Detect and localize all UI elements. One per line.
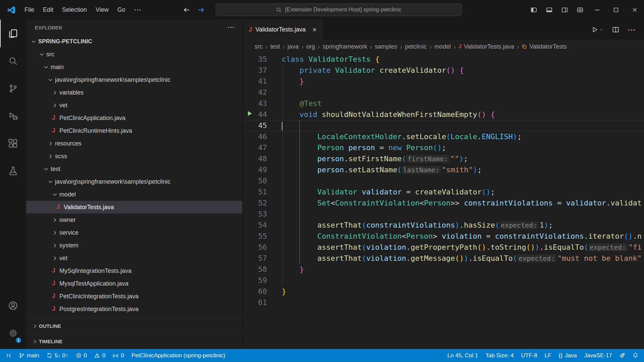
tree-item-vet[interactable]: vet [26,99,242,112]
toggle-primary-sidebar-button[interactable] [526,0,541,20]
code-line-54[interactable]: 54 assertThat(constraintViolations).hasS… [243,220,644,231]
line-number[interactable]: 55 [258,231,267,242]
line-number[interactable]: 50 [258,175,267,186]
tree-item-variables[interactable]: variables [26,86,242,99]
line-number[interactable]: 46 [258,131,267,142]
line-number[interactable]: 44 [258,109,267,120]
run-test-button[interactable] [246,109,253,120]
code-line-42[interactable]: 42 [243,87,644,98]
tree-item-postgresintegrationtests-java[interactable]: JPostgresIntegrationTests.java [26,303,242,315]
code-line-43[interactable]: 43 @Test [243,98,644,109]
breadcrumb-petclinic[interactable]: petclinic [405,43,427,50]
activity-source-control[interactable] [0,75,26,102]
tree-item-petclinicintegrationtests-java[interactable]: JPetClinicIntegrationTests.java [26,290,242,303]
breadcrumb-test[interactable]: test [270,43,280,50]
code-line-48[interactable]: 48 person.setFirstName(firstName:""); [243,153,644,164]
code-line-61[interactable]: 61 [243,297,644,308]
tree-item-java-org-springframework-samples-petclinic[interactable]: java\org\springframework\samples\petclin… [26,73,242,86]
status-problems-warnings[interactable]: 0 [91,349,109,362]
activity-testing[interactable] [0,157,26,185]
tree-item-service[interactable]: service [26,226,242,239]
breadcrumb-src[interactable]: src [255,43,263,50]
breadcrumb-model[interactable]: model [434,43,451,50]
code-line-37[interactable]: 37 private Validator createValidator() { [243,65,644,76]
status-cursor-position[interactable]: Ln 45, Col 1 [444,349,482,362]
tree-item-java-org-springframework-samples-petclinic[interactable]: java\org\springframework\samples\petclin… [26,175,242,188]
status-java-server-mode[interactable] [616,349,629,362]
breadcrumb-validatortests[interactable]: ValidatorTests [522,43,567,50]
status-encoding[interactable]: UTF-8 [518,349,541,362]
status-spring-boot-app[interactable]: PetClinicApplication (spring-petclinic) [128,349,229,362]
status-remote-indicator[interactable] [2,349,15,362]
code-line-45[interactable]: 45 [243,120,644,131]
line-number[interactable]: 49 [258,164,267,175]
code-line-51[interactable]: 51 Validator validator = createValidator… [243,186,644,197]
line-number[interactable]: 45 [258,120,267,131]
tree-item-test[interactable]: test [26,163,242,175]
status-eol[interactable]: LF [541,349,555,362]
code-line-50[interactable]: 50 [243,175,644,186]
tree-item-petclinicruntimehints-java[interactable]: JPetClinicRuntimeHints.java [26,124,242,137]
tree-item-validatortests-java[interactable]: JValidatorTests.java [26,201,242,214]
status-ports[interactable]: 0 [109,349,127,362]
menu-go[interactable]: Go [113,0,130,20]
tree-item-owner[interactable]: owner [26,214,242,226]
tree-item-scss[interactable]: scss [26,150,242,163]
code-line-57[interactable]: 57 assertThat(violation.getMessage()).is… [243,253,644,264]
breadcrumb-validatortests-java[interactable]: JValidatorTests.java [459,43,514,50]
breadcrumb-org[interactable]: org [306,43,315,50]
tree-item-mysqlintegrationtests-java[interactable]: JMySqlIntegrationTests.java [26,264,242,277]
tab-validatortests-java[interactable]: JValidatorTests.java× [243,20,323,40]
line-number[interactable]: 51 [258,186,267,197]
command-center[interactable]: [Extension Development Host] spring-petc… [216,3,462,16]
code-line-52[interactable]: 52 Set<ConstraintViolation<Person>> cons… [243,197,644,208]
line-number[interactable]: 53 [258,208,267,220]
tree-item-petclinicapplication-java[interactable]: JPetClinicApplication.java [26,112,242,124]
status-git-branch[interactable]: main [15,349,43,362]
line-number[interactable]: 48 [258,153,267,164]
customize-layout-button[interactable] [572,0,588,20]
activity-explorer[interactable] [0,20,26,47]
tree-item-model[interactable]: model [26,188,242,201]
activity-search[interactable] [0,47,26,75]
code-line-41[interactable]: 41 } [243,76,644,87]
close-icon[interactable]: × [312,26,317,34]
code-line-56[interactable]: 56 assertThat(violation.getPropertyPath(… [243,242,644,253]
activity-settings[interactable]: 1 [0,319,26,347]
menu-more-button[interactable]: ··· [130,0,146,20]
minimize-button[interactable] [588,0,606,20]
code-line-55[interactable]: 55 ConstraintViolation<Person> violation… [243,231,644,242]
activity-accounts[interactable] [0,292,26,319]
status-indentation[interactable]: Tab Size: 4 [482,349,517,362]
breadcrumb-samples[interactable]: samples [375,43,397,50]
activity-extensions[interactable] [0,130,26,157]
status-git-sync[interactable]: 5↓ 0↑ [43,349,72,362]
tree-item-main[interactable]: main [26,61,242,73]
code-line-49[interactable]: 49 person.setLastName(lastName:"smith"); [243,164,644,175]
menu-edit[interactable]: Edit [39,0,58,20]
code-line-46[interactable]: 46 LocaleContextHolder.setLocale(Locale.… [243,131,644,142]
activity-run-and-debug[interactable] [0,102,26,130]
tree-item-spring-petclinic[interactable]: SPRING-PETCLINIC [26,35,242,48]
tree-item-system[interactable]: system [26,239,242,252]
code-line-60[interactable]: 60} [243,286,644,297]
explorer-more-button[interactable]: ··· [228,24,235,31]
code-line-47[interactable]: 47 Person person = new Person(); [243,142,644,153]
toggle-panel-button[interactable] [541,0,557,20]
section-timeline[interactable]: TIMELINE [26,334,242,349]
status-language-mode[interactable]: {}Java [555,349,581,362]
maximize-button[interactable] [606,0,625,20]
line-number[interactable]: 47 [258,142,267,153]
status-notifications[interactable] [629,349,642,362]
forward-button[interactable] [197,6,205,14]
line-number[interactable]: 42 [258,87,267,98]
line-number[interactable]: 57 [258,253,267,264]
code-line-44[interactable]: 44 void shouldNotValidateWhenFirstNameEm… [243,109,644,120]
menu-view[interactable]: View [91,0,113,20]
status-java-runtime[interactable]: JavaSE-17 [581,349,616,362]
line-number[interactable]: 43 [258,98,267,109]
line-number[interactable]: 56 [258,242,267,253]
more-actions-button[interactable]: ··· [628,26,636,33]
code-line-58[interactable]: 58 } [243,264,644,275]
code-line-35[interactable]: 35class ValidatorTests { [243,54,644,65]
